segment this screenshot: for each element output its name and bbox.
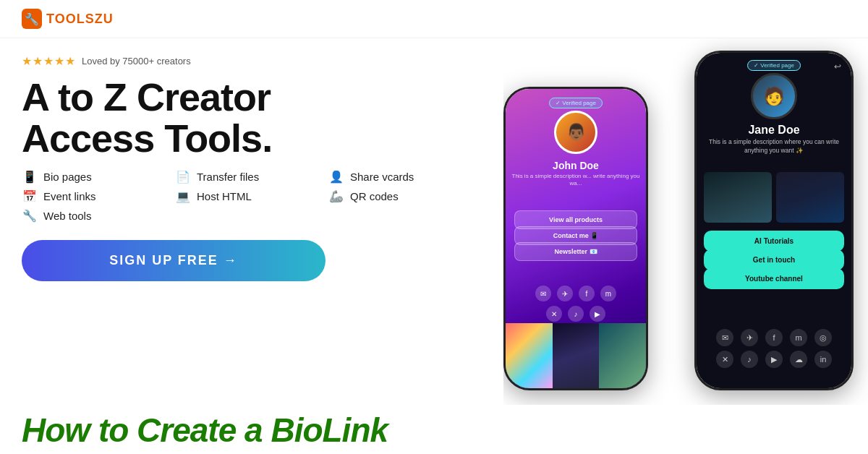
feature-event-links: 📅 Event links (22, 189, 175, 203)
messenger-icon-r: m (790, 329, 807, 346)
linkedin-icon-r: in (814, 351, 832, 368)
main-content: ★★★★★ Loved by 75000+ creators A to Z Cr… (0, 38, 868, 405)
phone-left-img2 (553, 323, 600, 388)
phone-right: ✓ Verified page ↩ 🧑 Jane Doe This is a s… (694, 51, 854, 390)
phone-right-img2 (776, 172, 844, 223)
phone-left-socials-row2: ✕ ♪ ▶ (506, 306, 646, 322)
phone-left-avatar: 👨🏾 (554, 111, 597, 154)
logo[interactable]: 🔧 TOOLSZU (22, 9, 114, 29)
main-title: A to Z Creator Access Tools. (22, 77, 482, 158)
rating-row: ★★★★★ Loved by 75000+ creators (22, 54, 482, 68)
feature-share-vcards: 👤 Share vcards (328, 170, 482, 184)
phone-right-btn-yt: Youtube channel (704, 268, 844, 289)
phones-area: ✓ Verified page 👨🏾 John Doe This is a si… (503, 38, 868, 405)
phone-right-screen: ✓ Verified page ↩ 🧑 Jane Doe This is a s… (697, 53, 851, 388)
qr-codes-icon: 🦾 (328, 189, 344, 203)
telegram-icon-r: ✈ (741, 329, 758, 346)
email-icon-r: ✉ (716, 329, 733, 346)
phone-right-name: Jane Doe (697, 124, 851, 137)
share-vcards-icon: 👤 (328, 170, 344, 184)
feature-transfer-files: 📄 Transfer files (175, 170, 328, 184)
phone-right-btn-ai: AI Tutorials (704, 231, 844, 252)
svg-text:🔧: 🔧 (25, 12, 39, 26)
web-tools-icon: 🔧 (22, 209, 38, 223)
x-icon: ✕ (546, 306, 562, 322)
phone-right-desc: This is a simple description where you c… (707, 138, 841, 155)
qr-codes-label: QR codes (350, 190, 399, 202)
feature-bio-pages: 📱 Bio pages (22, 170, 175, 184)
tiktok-icon-r: ♪ (741, 351, 758, 368)
youtube-icon: ▶ (590, 306, 605, 322)
event-links-icon: 📅 (22, 189, 38, 203)
bottom-title: How to Create a BioLink (22, 411, 846, 450)
instagram-icon-r: ◎ (814, 329, 832, 346)
phone-left-verified: ✓ Verified page (549, 98, 603, 108)
host-html-label: Host HTML (197, 190, 252, 202)
phone-right-verified: ✓ Verified page (747, 60, 801, 71)
header: 🔧 TOOLSZU (0, 0, 868, 38)
event-links-label: Event links (43, 190, 96, 202)
phone-right-btn-git: Get in touch (704, 249, 844, 270)
logo-text: TOOLSZU (46, 12, 114, 27)
features-grid: 📱 Bio pages 📄 Transfer files 👤 Share vca… (22, 170, 482, 223)
bio-pages-label: Bio pages (43, 171, 92, 183)
phone-left-screen: ✓ Verified page 👨🏾 John Doe This is a si… (506, 89, 646, 388)
x-icon-r: ✕ (716, 351, 733, 368)
phone-left-socials-row1: ✉ ✈ f m (506, 286, 646, 301)
loved-text: Loved by 75000+ creators (82, 56, 191, 67)
phone-right-avatar: 🧑 (751, 73, 797, 119)
phone-left-name: John Doe (506, 160, 646, 171)
facebook-icon-r: f (765, 329, 783, 346)
telegram-icon: ✈ (557, 286, 573, 301)
phone-left-btn3: Newsletter 📧 (514, 242, 637, 261)
feature-qr-codes: 🦾 QR codes (328, 189, 482, 203)
tiktok-icon: ♪ (568, 306, 584, 322)
left-panel: ★★★★★ Loved by 75000+ creators A to Z Cr… (0, 38, 503, 405)
phone-left-desc: This is a simple description w... write … (511, 173, 640, 188)
phone-left: ✓ Verified page 👨🏾 John Doe This is a si… (503, 87, 648, 390)
soundcloud-icon-r: ☁ (790, 351, 807, 368)
phone-right-socials-row1: ✉ ✈ f m ◎ (697, 329, 851, 346)
title-line2: Access Tools. (22, 116, 272, 160)
host-html-icon: 💻 (175, 189, 191, 203)
phone-right-socials-row2: ✕ ♪ ▶ ☁ in (697, 351, 851, 368)
email-icon: ✉ (535, 286, 551, 301)
phone-left-images (506, 323, 646, 388)
transfer-files-label: Transfer files (197, 171, 259, 183)
phone-left-img1 (506, 323, 553, 388)
share-vcards-label: Share vcards (350, 171, 414, 183)
phones-container: ✓ Verified page 👨🏾 John Doe This is a si… (503, 38, 868, 405)
facebook-icon: f (579, 286, 595, 301)
feature-host-html: 💻 Host HTML (175, 189, 328, 203)
phone-right-img1 (704, 172, 772, 223)
feature-web-tools: 🔧 Web tools (22, 209, 175, 223)
phone-left-img3 (599, 323, 646, 388)
share-icon: ↩ (834, 61, 841, 72)
logo-icon: 🔧 (22, 9, 42, 29)
bio-pages-icon: 📱 (22, 170, 38, 184)
stars: ★★★★★ (22, 54, 76, 68)
signup-button[interactable]: SIGN UP FREE → (22, 240, 326, 281)
phone-right-images (704, 172, 844, 223)
title-line1: A to Z Creator (22, 75, 271, 119)
youtube-icon-r: ▶ (765, 351, 783, 368)
messenger-icon: m (600, 286, 616, 301)
transfer-files-icon: 📄 (175, 170, 191, 184)
web-tools-label: Web tools (43, 210, 91, 222)
bottom-banner: How to Create a BioLink (0, 405, 868, 454)
